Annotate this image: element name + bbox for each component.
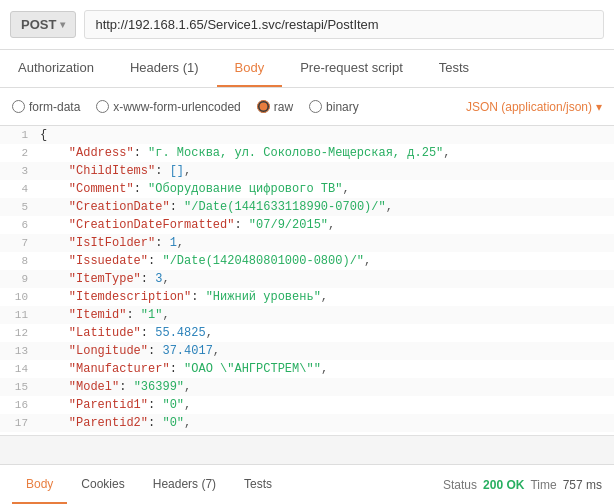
option-x-www-form-urlencoded[interactable]: x-www-form-urlencoded [96, 100, 240, 114]
option-binary[interactable]: binary [309, 100, 359, 114]
option-raw[interactable]: raw [257, 100, 293, 114]
line-content: "Itemid": "1", [36, 306, 614, 324]
code-line: 10 "Itemdescription": "Нижний уровень", [0, 288, 614, 306]
code-line: 13 "Longitude": 37.4017, [0, 342, 614, 360]
code-line: 3 "ChildItems": [], [0, 162, 614, 180]
format-dropdown[interactable]: JSON (application/json) ▾ [466, 100, 602, 114]
tab-authorization[interactable]: Authorization [0, 50, 112, 87]
line-content: "CreationDateFormatted": "07/9/2015", [36, 216, 614, 234]
status-info: Status 200 OK Time 757 ms [443, 478, 602, 492]
line-content: "Itemdescription": "Нижний уровень", [36, 288, 614, 306]
line-number: 6 [0, 216, 36, 234]
code-line: 7 "IsItFolder": 1, [0, 234, 614, 252]
main-tabs: Authorization Headers (1) Body Pre-reque… [0, 50, 614, 88]
code-line: 4 "Comment": "Оборудование цифрового ТВ"… [0, 180, 614, 198]
line-content: { [36, 126, 614, 144]
method-dropdown[interactable]: POST ▾ [10, 11, 76, 38]
line-content: "Issuedate": "/Date(1420480801000-0800)/… [36, 252, 614, 270]
line-number: 11 [0, 306, 36, 324]
line-content: "Model": "36399", [36, 378, 614, 396]
line-number: 10 [0, 288, 36, 306]
code-line: 9 "ItemType": 3, [0, 270, 614, 288]
tab-tests[interactable]: Tests [421, 50, 487, 87]
line-content: "Address": "г. Москва, ул. Соколово-Меще… [36, 144, 614, 162]
time-text-label: Time [530, 478, 556, 492]
code-line: 2 "Address": "г. Москва, ул. Соколово-Ме… [0, 144, 614, 162]
line-content: "Latitude": 55.4825, [36, 324, 614, 342]
url-bar: POST ▾ [0, 0, 614, 50]
url-input[interactable] [84, 10, 604, 39]
tab-body[interactable]: Body [217, 50, 283, 87]
status-tab-headers[interactable]: Headers (7) [139, 465, 230, 504]
status-tab-cookies[interactable]: Cookies [67, 465, 138, 504]
line-number: 7 [0, 234, 36, 252]
line-content: "Comment": "Оборудование цифрового ТВ", [36, 180, 614, 198]
line-number: 17 [0, 414, 36, 432]
format-label: JSON (application/json) [466, 100, 592, 114]
method-chevron-icon: ▾ [60, 19, 65, 30]
code-line: 1{ [0, 126, 614, 144]
status-tab-body[interactable]: Body [12, 465, 67, 504]
line-number: 4 [0, 180, 36, 198]
line-content: "Longitude": 37.4017, [36, 342, 614, 360]
line-number: 8 [0, 252, 36, 270]
line-content: "CreationDate": "/Date(1441633118990-070… [36, 198, 614, 216]
code-line: 17 "Parentid2": "0", [0, 414, 614, 432]
line-number: 3 [0, 162, 36, 180]
option-form-data[interactable]: form-data [12, 100, 80, 114]
line-number: 16 [0, 396, 36, 414]
line-content: "ScanCode": "", [36, 432, 614, 436]
code-line: 6 "CreationDateFormatted": "07/9/2015", [0, 216, 614, 234]
status-tabs: Body Cookies Headers (7) Tests [12, 465, 286, 504]
status-text-label: Status [443, 478, 477, 492]
line-number: 2 [0, 144, 36, 162]
body-options-row: form-data x-www-form-urlencoded raw bina… [0, 88, 614, 126]
line-content: "ChildItems": [], [36, 162, 614, 180]
time-value: 757 ms [563, 478, 602, 492]
line-content: "Parentid1": "0", [36, 396, 614, 414]
code-line: 15 "Model": "36399", [0, 378, 614, 396]
code-line: 12 "Latitude": 55.4825, [0, 324, 614, 342]
code-line: 14 "Manufacturer": "ОАО \"АНГРСТРЕМ\"", [0, 360, 614, 378]
code-line: 16 "Parentid1": "0", [0, 396, 614, 414]
line-number: 13 [0, 342, 36, 360]
tab-pre-request-script[interactable]: Pre-request script [282, 50, 421, 87]
line-number: 14 [0, 360, 36, 378]
line-number: 18 [0, 432, 36, 436]
code-line: 11 "Itemid": "1", [0, 306, 614, 324]
code-line: 8 "Issuedate": "/Date(1420480801000-0800… [0, 252, 614, 270]
tab-headers[interactable]: Headers (1) [112, 50, 217, 87]
format-chevron-icon: ▾ [596, 100, 602, 114]
status-ok-value: 200 OK [483, 478, 524, 492]
line-content: "Manufacturer": "ОАО \"АНГРСТРЕМ\"", [36, 360, 614, 378]
code-editor[interactable]: 1{2 "Address": "г. Москва, ул. Соколово-… [0, 126, 614, 436]
line-content: "IsItFolder": 1, [36, 234, 614, 252]
method-label: POST [21, 17, 56, 32]
line-content: "Parentid2": "0", [36, 414, 614, 432]
line-number: 15 [0, 378, 36, 396]
code-line: 5 "CreationDate": "/Date(1441633118990-0… [0, 198, 614, 216]
line-number: 1 [0, 126, 36, 144]
line-number: 9 [0, 270, 36, 288]
status-bar: Body Cookies Headers (7) Tests Status 20… [0, 464, 614, 504]
line-content: "ItemType": 3, [36, 270, 614, 288]
code-line: 18 "ScanCode": "", [0, 432, 614, 436]
status-tab-tests[interactable]: Tests [230, 465, 286, 504]
line-number: 12 [0, 324, 36, 342]
line-number: 5 [0, 198, 36, 216]
